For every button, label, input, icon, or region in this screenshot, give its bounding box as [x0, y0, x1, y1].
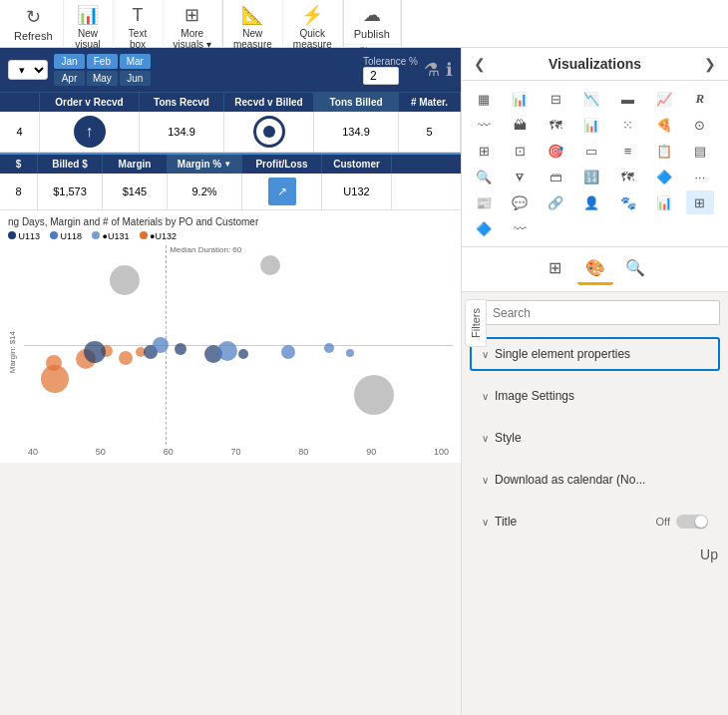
title-toggle-switch[interactable]	[676, 515, 708, 529]
bubble-u113-5	[238, 349, 248, 359]
more-visuals-button[interactable]: ⊞ Morevisuals ▾	[164, 0, 222, 54]
cell-id: 4	[0, 112, 40, 152]
viz-icon-qa[interactable]: 💬	[506, 190, 534, 214]
col-header-recvd-v-billed: Recvd v Billed	[224, 93, 314, 112]
viz-icon-area[interactable]: 📈	[650, 87, 678, 111]
style-section: ∨ Style	[470, 421, 720, 455]
month-jan[interactable]: Jan	[54, 54, 85, 69]
cell-recvd-v-billed	[224, 112, 314, 152]
viz-icon-line2[interactable]: 〰	[470, 113, 498, 137]
single-element-properties-header[interactable]: ∨ Single element properties	[472, 339, 718, 369]
viz-icon-pie[interactable]: 🍕	[650, 113, 678, 137]
month-jun[interactable]: Jun	[120, 71, 151, 86]
bubble-u113-1	[84, 341, 106, 363]
viz-collapse-left-button[interactable]: ❮	[474, 56, 486, 72]
bubble-chart-area: Median Duration: 60	[24, 245, 453, 445]
image-settings-header[interactable]: ∨ Image Settings	[472, 381, 718, 411]
viz-icon-filled-map[interactable]: 🗺	[614, 165, 642, 188]
publish-button[interactable]: ☁ Publish	[344, 0, 401, 44]
bottom-table-row: 8 $1,573 $145 9.2% ↗ U132	[0, 174, 461, 210]
viz-icon-grid: ▦ 📊 ⊟ 📉 ▬ 📈 R 〰 🏔 🗺 📊 ⁙ 🍕 ⊙ ⊞ ⊡ 🎯 ▭ ≡ 📋 …	[462, 81, 728, 247]
viz-icon-kpi[interactable]: 📋	[650, 139, 678, 163]
chevron-calendar-icon: ∨	[482, 475, 489, 486]
download-calendar-header[interactable]: ∨ Download as calendar (No...	[472, 465, 718, 495]
viz-icon-table[interactable]: ⊞	[470, 139, 498, 163]
viz-icon-decomp-tree[interactable]: 👤	[577, 190, 605, 214]
cell-margin-pct: 9.2%	[168, 174, 242, 209]
viz-icon-key-influencers[interactable]: 🔗	[542, 190, 569, 214]
viz-icon-card[interactable]: ▭	[577, 139, 605, 163]
viz-icon-text[interactable]: 📰	[470, 190, 498, 214]
quick-measure-icon: ⚡	[301, 4, 323, 26]
viz-title: Visualizations	[548, 56, 641, 72]
viz-icon-smart-narrative[interactable]: 🐾	[614, 190, 642, 214]
viz-icon-matrix[interactable]: ⊡	[506, 139, 534, 163]
new-visual-icon: 📊	[77, 4, 99, 26]
new-measure-button[interactable]: 📐 New measure	[223, 0, 283, 54]
viz-icon-donut[interactable]: ⊙	[686, 113, 714, 137]
month-mar[interactable]: Mar	[120, 54, 151, 69]
tolerance-input[interactable]	[363, 67, 399, 85]
viz-icon-more[interactable]: ···	[686, 165, 714, 188]
viz-icon-r[interactable]: R	[686, 87, 714, 111]
filter-funnel-icon[interactable]: ⚗	[424, 59, 440, 81]
refresh-button[interactable]: ↻ Refresh	[4, 0, 64, 47]
viz-icon-treemap[interactable]: 🔍	[470, 165, 498, 188]
quick-measure-button[interactable]: ⚡ Quick measure	[283, 0, 343, 54]
viz-icon-map[interactable]: 🗺	[542, 113, 569, 137]
filters-tab[interactable]: Filters	[465, 299, 487, 347]
col-header-profit-loss: Profit/Loss	[242, 155, 322, 174]
viz-icon-clustered-bar[interactable]: 📉	[577, 87, 605, 111]
filter-dropdown[interactable]: ▾	[8, 60, 48, 80]
viz-icon-number[interactable]: 🔢	[577, 165, 605, 188]
style-header[interactable]: ∨ Style	[472, 423, 718, 453]
new-visual-label: New visual	[75, 28, 101, 50]
title-header[interactable]: ∨ Title Off	[472, 507, 718, 536]
new-measure-icon: 📐	[241, 4, 263, 26]
chart-legend: U113 U118 ●U131 ●U132	[8, 231, 453, 241]
tab-fields[interactable]: ⊞	[538, 253, 573, 285]
viz-icon-scatter[interactable]: ⁙	[614, 113, 642, 137]
filter-info-icon[interactable]: ℹ	[446, 59, 453, 81]
month-may[interactable]: May	[87, 71, 118, 86]
chevron-style-icon: ∨	[482, 433, 489, 444]
viz-icon-waterfall[interactable]: 🗃	[542, 165, 569, 188]
search-box: ⌕	[470, 300, 720, 325]
viz-icon-shape-map[interactable]: 🔷	[650, 165, 678, 188]
viz-icon-slicer[interactable]: ▤	[686, 139, 714, 163]
chart-title: ng Days, Margin and # of Materials by PO…	[8, 216, 453, 227]
month-apr[interactable]: Apr	[54, 71, 85, 86]
month-feb[interactable]: Feb	[87, 54, 118, 69]
bubble-u118-5	[346, 349, 354, 357]
tolerance-label: Tolerance %	[363, 56, 418, 67]
x-label-80: 80	[298, 447, 308, 457]
viz-icon-funnel[interactable]: ⛛	[506, 165, 534, 188]
search-input[interactable]	[493, 306, 711, 320]
tab-analytics[interactable]: 🔍	[617, 253, 653, 285]
bubble-gray-2	[260, 255, 280, 275]
viz-expand-right-button[interactable]: ❯	[704, 56, 716, 72]
title-label: Title	[495, 515, 517, 529]
legend-dot-u131	[92, 231, 100, 239]
viz-icon-custom2[interactable]: 🔷	[470, 216, 498, 240]
legend-u131: ●U131	[92, 231, 129, 241]
viz-icon-custom1[interactable]: ⊞	[686, 190, 714, 214]
filter-bar: ▾ Jan Feb Mar Apr May Jun Tolerance % ⚗ …	[0, 48, 461, 92]
viz-icon-100pct-bar[interactable]: ⊟	[542, 87, 569, 111]
viz-icon-multi-row[interactable]: ≡	[614, 139, 642, 163]
viz-icon-wavy[interactable]: 〰	[506, 216, 534, 240]
new-measure-label: New measure	[233, 28, 272, 50]
viz-icon-line[interactable]: ▬	[614, 87, 642, 111]
tab-format[interactable]: 🎨	[577, 253, 613, 285]
new-visual-button[interactable]: 📊 New visual	[64, 0, 114, 54]
legend-dot-u132	[140, 231, 148, 239]
viz-icon-paginated[interactable]: 📊	[650, 190, 678, 214]
top-table-header: Order v Recvd Tons Recvd Recvd v Billed …	[0, 92, 461, 112]
viz-icon-stacked-bar[interactable]: ▦	[470, 87, 498, 111]
text-box-button[interactable]: T Text box	[114, 0, 164, 54]
y-axis: Margin: $14	[8, 245, 24, 459]
viz-icon-combo[interactable]: 📊	[577, 113, 605, 137]
viz-icon-bar-chart[interactable]: 📊	[506, 87, 534, 111]
viz-icon-gauge[interactable]: 🎯	[542, 139, 569, 163]
viz-icon-area2[interactable]: 🏔	[506, 113, 534, 137]
